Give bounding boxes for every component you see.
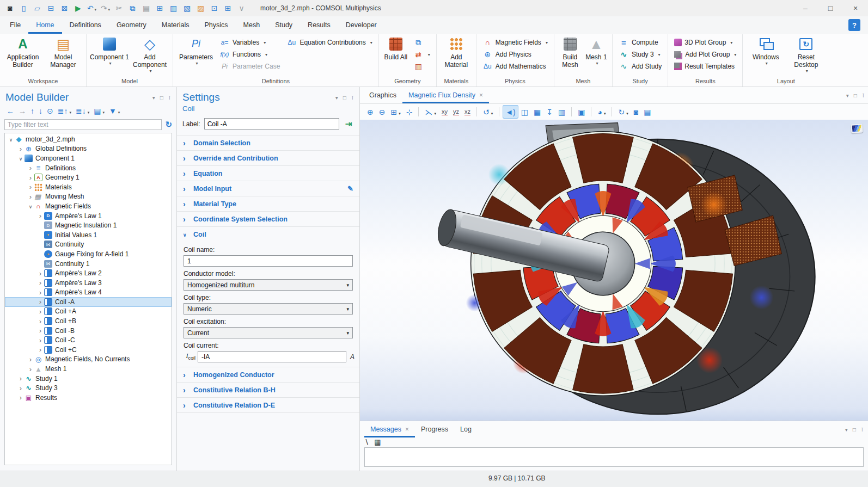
windows-button[interactable]: Windows▾ xyxy=(745,35,786,66)
add-study-button[interactable]: Add Study xyxy=(616,60,664,72)
tree-item[interactable]: Coil -C xyxy=(5,335,172,345)
zoom-extents-icon[interactable]: ⊹ xyxy=(404,106,415,118)
tree-item[interactable]: Ampère's Law 1 xyxy=(5,211,172,221)
close-tab-icon[interactable]: × xyxy=(405,426,409,433)
build-mesh-button[interactable]: Build Mesh xyxy=(557,35,583,69)
equation-contributions-button[interactable]: Equation Contributions▾ xyxy=(284,36,374,48)
toolbar-separator[interactable] xyxy=(418,107,419,116)
toolbar-separator[interactable] xyxy=(571,107,572,116)
model-manager-button[interactable]: Model Manager xyxy=(43,35,83,69)
expand-all-icon[interactable]: ≣↑ xyxy=(56,106,74,116)
go-back-icon[interactable]: ← xyxy=(4,106,16,116)
tree-nodes-icon[interactable]: ▤ xyxy=(91,106,107,116)
parameters-button[interactable]: Parameters▾ xyxy=(176,35,216,66)
snapshot-icon[interactable]: ◙ xyxy=(632,106,640,118)
plot-thumbnail-icon[interactable] xyxy=(851,124,863,133)
tree-item[interactable]: Materials xyxy=(5,182,172,192)
add-physics-button[interactable]: Add Physics xyxy=(480,48,550,60)
coil-current-input[interactable] xyxy=(201,353,343,361)
tree-expander-icon[interactable] xyxy=(17,384,25,392)
float-panel-icon[interactable]: □ xyxy=(343,95,346,101)
tree-item[interactable]: Global Definitions xyxy=(5,144,172,154)
redo-icon[interactable]: ↷ xyxy=(99,2,112,15)
graphics-tab[interactable]: Graphics× xyxy=(363,87,402,103)
result-templates-button[interactable]: Result Templates xyxy=(672,60,738,72)
tree-expander-icon[interactable] xyxy=(36,269,44,278)
tree-expander-icon[interactable] xyxy=(36,326,44,335)
tree-item[interactable]: Magnetic Fields xyxy=(5,201,172,211)
print-icon[interactable]: ▤ xyxy=(641,106,653,118)
tree-item[interactable]: Coil +B xyxy=(5,316,172,326)
tree-item[interactable]: Magnetic Insulation 1 xyxy=(5,220,172,230)
settings-section-header[interactable]: Coordinate System Selection ✎ xyxy=(177,211,359,226)
virtual-operations-button[interactable] xyxy=(411,60,432,72)
transparency-icon[interactable]: ◫ xyxy=(519,106,530,118)
tree-expander-icon[interactable] xyxy=(27,202,34,210)
close-tab-icon[interactable]: × xyxy=(479,91,483,99)
pin-panel-icon[interactable]: ⊺ xyxy=(862,93,865,98)
tree-item[interactable]: Continuity 1 xyxy=(5,259,172,269)
qat-more-icon[interactable]: ∨ xyxy=(235,2,248,15)
menu-tab[interactable]: Geometry xyxy=(109,16,154,34)
float-panel-icon[interactable]: □ xyxy=(854,93,857,98)
move-down-icon[interactable]: ↓ xyxy=(36,106,45,116)
tree-item[interactable]: Geometry 1 xyxy=(5,172,172,182)
parameter-case-button[interactable]: Parameter Case xyxy=(217,60,282,72)
study-3-button[interactable]: Study 3▾ xyxy=(616,48,664,60)
tree-item[interactable]: Initial Values 1 xyxy=(5,230,172,240)
minimize-button[interactable]: – xyxy=(793,0,818,16)
zoom-in-icon[interactable]: ⊕ xyxy=(365,106,376,118)
tree-expander-icon[interactable] xyxy=(36,336,44,344)
tree-filter-input[interactable] xyxy=(4,119,162,130)
tree-item[interactable]: Moving Mesh xyxy=(5,192,172,202)
add-plot-group-button[interactable]: Add Plot Group▾ xyxy=(672,48,738,60)
tree-item[interactable]: Study 3 xyxy=(5,383,172,393)
delete-icon[interactable]: ▥ xyxy=(167,2,180,15)
component-1-button[interactable]: Component 1▾ xyxy=(89,35,130,66)
messages-tab[interactable]: Progress× xyxy=(415,421,454,437)
compute-button[interactable]: Compute xyxy=(616,36,664,48)
comsol-logo-icon[interactable]: ◙ xyxy=(3,2,17,15)
conductor-model-select[interactable]: Homogenized multiturn▾ xyxy=(184,279,353,291)
menu-tab[interactable]: File xyxy=(2,16,28,34)
update-solution-icon[interactable]: ↻ xyxy=(616,106,630,118)
model-input-edit-icon[interactable]: ✎ xyxy=(347,184,353,193)
tree-expander-icon[interactable] xyxy=(7,135,15,143)
settings-section-header[interactable]: Constitutive Relation B-H xyxy=(177,382,359,397)
tree-item[interactable]: Definitions xyxy=(5,163,172,173)
tree-item[interactable]: Ampère's Law 4 xyxy=(5,288,172,298)
graphics-canvas[interactable] xyxy=(360,120,868,421)
tree-expander-icon[interactable] xyxy=(27,355,34,363)
coil-section-header[interactable]: Coil xyxy=(177,226,359,242)
menu-tab[interactable]: Mesh xyxy=(236,16,268,34)
toolbar-separator[interactable] xyxy=(591,107,591,116)
graphics-tab[interactable]: Magnetic Flux Density× xyxy=(402,87,489,103)
help-button[interactable]: ? xyxy=(848,19,860,31)
toolbar-separator[interactable] xyxy=(499,107,499,116)
functions-button[interactable]: Functions▾ xyxy=(217,48,282,60)
view-xy-icon[interactable]: xy xyxy=(439,106,450,118)
zoom-out-icon[interactable]: ⊖ xyxy=(377,106,388,118)
pin-panel-icon[interactable]: ⊺ xyxy=(861,427,864,433)
tree-expander-icon[interactable] xyxy=(27,365,34,373)
magnetic-fields-button[interactable]: Magnetic Fields▾ xyxy=(480,36,550,48)
settings-section-header[interactable]: Equation ✎ xyxy=(177,165,359,181)
tree-expander-icon[interactable] xyxy=(36,298,44,306)
settings-section-header[interactable]: Model Input ✎ xyxy=(177,181,359,196)
view-yz-icon[interactable]: yz xyxy=(451,106,461,118)
tree-item[interactable]: Component 1 xyxy=(5,153,172,163)
rotate-icon[interactable]: ↺ xyxy=(481,106,495,118)
copy-icon[interactable]: ⧉ xyxy=(126,2,139,15)
duplicate-icon[interactable]: ⊞ xyxy=(153,2,167,15)
tree-item[interactable]: Magnetic Fields, No Currents xyxy=(5,355,172,365)
tree-item[interactable]: Coil +C xyxy=(5,345,172,355)
tree-expander-icon[interactable] xyxy=(36,279,44,287)
application-builder-button[interactable]: Application Builder xyxy=(3,35,43,69)
coil-name-input[interactable] xyxy=(187,257,349,265)
tree-expander-icon[interactable] xyxy=(36,288,44,297)
pin-panel-icon[interactable]: ⊺ xyxy=(168,95,171,101)
variables-button[interactable]: Variables▾ xyxy=(217,36,282,48)
preferences-search-icon[interactable]: ⊞ xyxy=(221,2,235,15)
menu-tab[interactable]: Developer xyxy=(338,16,384,34)
tree-item[interactable]: Gauge Fixing for A-field 1 xyxy=(5,249,172,259)
